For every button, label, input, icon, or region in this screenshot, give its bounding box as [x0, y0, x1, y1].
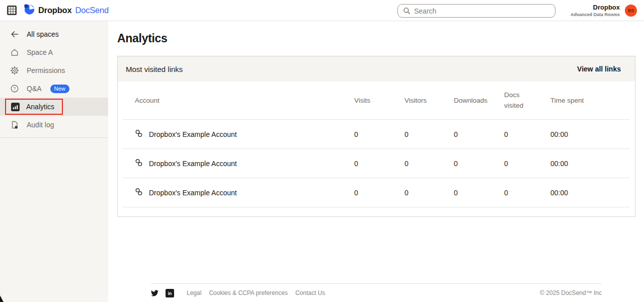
- sidebar: All spaces Space A Permissions ?: [0, 21, 108, 302]
- visitors-value: 0: [405, 160, 454, 168]
- main-content: Analytics Most visited links View all li…: [108, 21, 644, 302]
- bar-chart-icon: [11, 102, 20, 111]
- top-header: Dropbox DocSend Dropbox Advanced Data Ro…: [0, 0, 644, 21]
- gear-icon: [10, 66, 19, 75]
- column-header-visitors: Visitors: [405, 97, 454, 104]
- svg-text:in: in: [168, 291, 172, 296]
- search-box[interactable]: [397, 4, 555, 18]
- sidebar-item-label: Audit log: [27, 121, 54, 129]
- view-all-links-button[interactable]: View all links: [577, 65, 621, 73]
- search-input[interactable]: [414, 7, 550, 15]
- sidebar-item-space-a[interactable]: Space A: [0, 43, 108, 61]
- brand-logo[interactable]: Dropbox DocSend: [24, 4, 109, 17]
- apps-grid-icon[interactable]: [7, 6, 17, 15]
- link-icon: [135, 129, 143, 139]
- svg-text:?: ?: [13, 86, 16, 91]
- footer-link-legal[interactable]: Legal: [187, 289, 201, 296]
- column-header-visits: Visits: [354, 97, 405, 104]
- account-area: Dropbox Advanced Data Rooms BS: [571, 0, 637, 21]
- account-org-info: Dropbox Advanced Data Rooms: [571, 4, 620, 18]
- copyright-text: © 2025 DocSend™ Inc: [540, 289, 602, 296]
- card-title: Most visited links: [126, 65, 183, 73]
- brand-dropbox-label: Dropbox: [38, 6, 71, 15]
- sidebar-item-label: Q&A: [27, 85, 42, 93]
- account-cell[interactable]: Dropbox's Example Account: [123, 188, 354, 197]
- account-name: Dropbox's Example Account: [149, 160, 237, 168]
- brand-docsend-label: DocSend: [75, 6, 108, 15]
- link-icon: [135, 188, 143, 197]
- audit-log-icon: [10, 120, 19, 129]
- downloads-value: 0: [454, 130, 504, 138]
- docs-visited-value: 0: [504, 189, 550, 197]
- linkedin-icon[interactable]: in: [166, 289, 174, 297]
- sidebar-item-analytics[interactable]: Analytics: [0, 98, 108, 116]
- column-header-time-spent: Time spent: [550, 97, 630, 104]
- downloads-value: 0: [454, 189, 504, 197]
- arrow-left-icon: [10, 30, 19, 39]
- home-icon: [10, 48, 19, 57]
- sidebar-item-all-spaces[interactable]: All spaces: [0, 25, 108, 43]
- time-spent-value: 00:00: [550, 160, 630, 168]
- table-header-row: Account Visits Visitors Downloads Docs v…: [123, 82, 630, 120]
- table-row[interactable]: Dropbox's Example Account 0 0 0 0 00:00: [123, 149, 630, 178]
- card-header: Most visited links View all links: [118, 56, 635, 82]
- column-header-docs-visited: Docs visited: [504, 90, 550, 111]
- visits-value: 0: [354, 189, 405, 197]
- docs-visited-value: 0: [504, 160, 550, 168]
- link-icon: [135, 159, 143, 168]
- avatar[interactable]: BS: [625, 5, 637, 17]
- links-table: Account Visits Visitors Downloads Docs v…: [118, 82, 635, 216]
- search-icon: [403, 7, 411, 15]
- sidebar-item-label: Space A: [27, 48, 53, 56]
- column-header-account: Account: [123, 97, 354, 104]
- table-row[interactable]: Dropbox's Example Account 0 0 0 0 00:00: [123, 178, 630, 207]
- footer-link-cookies[interactable]: Cookies & CCPA preferences: [209, 289, 288, 296]
- visitors-value: 0: [405, 130, 454, 138]
- account-org-name: Dropbox: [571, 4, 620, 12]
- account-cell[interactable]: Dropbox's Example Account: [123, 129, 354, 139]
- footer: in Legal Cookies & CCPA preferences Cont…: [151, 283, 602, 302]
- column-header-downloads: Downloads: [454, 97, 504, 104]
- sidebar-item-label: Permissions: [27, 66, 65, 74]
- twitter-icon[interactable]: [151, 290, 158, 296]
- sidebar-divider: [0, 137, 108, 138]
- account-plan-label: Advanced Data Rooms: [571, 12, 620, 18]
- docsend-logo-icon: [24, 4, 35, 17]
- downloads-value: 0: [454, 160, 504, 168]
- most-visited-links-card: Most visited links View all links Accoun…: [117, 56, 635, 217]
- visitors-value: 0: [405, 189, 454, 197]
- sidebar-item-audit-log[interactable]: Audit log: [0, 116, 108, 134]
- sidebar-item-label: Analytics: [26, 103, 54, 111]
- visits-value: 0: [354, 130, 405, 138]
- visits-value: 0: [354, 160, 405, 168]
- page-title: Analytics: [117, 21, 644, 45]
- account-cell[interactable]: Dropbox's Example Account: [123, 159, 354, 168]
- table-row[interactable]: Dropbox's Example Account 0 0 0 0 00:00: [123, 120, 630, 149]
- question-circle-icon: ?: [10, 84, 19, 93]
- sidebar-item-qa[interactable]: ? Q&A New: [0, 80, 108, 98]
- new-badge: New: [50, 85, 69, 93]
- sidebar-item-label: All spaces: [27, 30, 59, 38]
- footer-link-contact[interactable]: Contact Us: [295, 289, 325, 296]
- time-spent-value: 00:00: [550, 189, 630, 197]
- account-name: Dropbox's Example Account: [149, 189, 237, 197]
- docs-visited-value: 0: [504, 130, 550, 138]
- annotation-red-box: Analytics: [5, 99, 63, 115]
- time-spent-value: 00:00: [550, 130, 630, 138]
- sidebar-item-permissions[interactable]: Permissions: [0, 61, 108, 80]
- account-name: Dropbox's Example Account: [149, 130, 237, 138]
